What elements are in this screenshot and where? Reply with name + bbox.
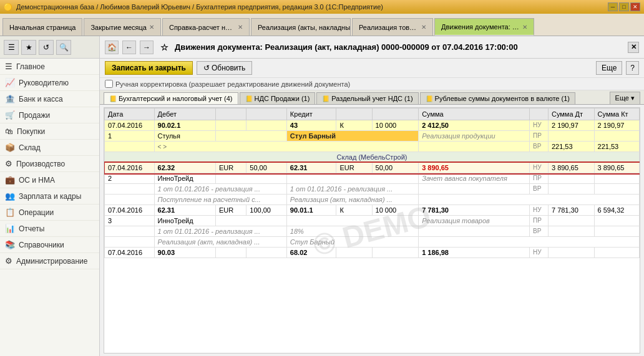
cell-left6: 1 от 01.01.2016 - реализация ... (154, 184, 286, 195)
cell-debet8: 62.31 (154, 205, 215, 216)
cell-date8: 07.04.2016 (105, 205, 155, 216)
cell-date4: 07.04.2016 (105, 163, 155, 173)
sidebar-item-operations[interactable]: 📋 Операции (0, 204, 99, 221)
sidebar-item-purchases-label: Покупки (17, 127, 45, 136)
sidebar-item-os[interactable]: 💼 ОС и НМА (0, 172, 99, 188)
sidebar-item-main[interactable]: ☰ Главное (0, 59, 99, 75)
maximize-button[interactable]: □ (619, 2, 629, 11)
bookmark-button[interactable]: ☆ (157, 41, 171, 54)
more-button[interactable]: Еще (596, 61, 622, 75)
tab-tax[interactable]: Справка-расчет налога на прибыль за Апре… (162, 18, 250, 36)
cell-vr: ВР (530, 142, 549, 152)
cell-left7: Поступление на расчетный с... (154, 195, 286, 205)
tab-goods-label: Реализация товаров: Накладная 0000-00000… (359, 24, 419, 31)
col-summa-kt: Сумма Кт (594, 108, 639, 120)
window-title: Движения документа: Реализация (акт, нак… (175, 42, 624, 52)
refresh-icon: ↺ (203, 64, 210, 72)
cell-dt9 (548, 216, 594, 226)
cell-summa-dt12 (548, 248, 594, 258)
minimize-button[interactable]: ─ (608, 2, 618, 11)
cell-summa-dt: 2 190,97 (548, 120, 594, 131)
sidebar-star-icon[interactable]: ★ (21, 40, 36, 55)
cell-empty10b (419, 226, 530, 237)
close-button[interactable]: ✕ (630, 2, 640, 11)
cell-pr: ПР (530, 131, 549, 142)
gear-icon: ⚙ (5, 159, 12, 168)
manual-correction-checkbox[interactable] (105, 80, 113, 88)
save-close-button[interactable]: Записать и закрыть (105, 61, 193, 75)
inner-tab-vat-sales[interactable]: 📒 НДС Продажи (1) (240, 92, 316, 104)
col-credit: Кредит (286, 108, 336, 120)
cell-credit-name: Стул Барный (286, 131, 418, 142)
window-close-button[interactable]: ✕ (628, 42, 639, 53)
back-nav-button[interactable]: ← (122, 41, 136, 54)
tab-movements[interactable]: Движения документа: Реализация (акт, нак… (434, 18, 534, 36)
home-nav-button[interactable]: 🏠 (105, 41, 119, 54)
cell-right11: Стул Барный (286, 237, 418, 248)
sidebar-item-warehouse-label: Склад (19, 143, 41, 152)
sidebar-history-icon[interactable]: ↺ (39, 40, 54, 55)
cell-debet4: 62.32 (154, 163, 215, 173)
tab-home[interactable]: Начальная страница (2, 18, 82, 36)
inner-tabs-more-button[interactable]: Еще ▾ (610, 92, 640, 104)
help-button[interactable]: ? (626, 61, 639, 75)
app-icon: 🟡 (4, 3, 12, 11)
sidebar-item-purchases[interactable]: 🛍 Покупки (0, 123, 99, 140)
sidebar-item-main-label: Главное (16, 62, 45, 71)
cell-sub-debet5: ИнноТрейд (154, 173, 215, 184)
cell-empty6b (419, 184, 530, 195)
tab-goods-close[interactable]: ✕ (421, 24, 426, 31)
cell-dt10 (548, 226, 594, 237)
sidebar-item-director-label: Руководителю (19, 79, 69, 87)
cell-right7: Реализация (акт, накладная) ... (286, 195, 418, 205)
sidebar-search-icon[interactable]: 🔍 (56, 40, 71, 55)
refresh-button[interactable]: ↺ Обновить (197, 61, 252, 75)
inner-tab-accounting[interactable]: 📒 Бухгалтерский и налоговый учет (4) (104, 92, 238, 104)
inner-tab-vat-separate[interactable]: 📒 Раздельный учет НДС (1) (316, 92, 418, 104)
sidebar-item-operations-label: Операции (19, 208, 54, 217)
cell-kt5 (594, 173, 639, 184)
cell-sub-debet: Стулья (154, 131, 215, 142)
cell-summa-kt8: 6 594,32 (594, 205, 639, 216)
cell-debet12: 90.03 (154, 248, 215, 258)
sidebar-item-sales[interactable]: 🛒 Продажи (0, 107, 99, 123)
sidebar-item-director[interactable]: 📈 Руководителю (0, 75, 99, 91)
tab-tax-close[interactable]: ✕ (238, 24, 243, 31)
cell-dt6 (548, 184, 594, 195)
sidebar-item-salary[interactable]: 👥 Зарплата и кадры (0, 188, 99, 204)
sidebar: ☰ ★ ↺ 🔍 ☰ Главное 📈 Руководителю 🏦 Банк … (0, 36, 100, 356)
sidebar-item-bank[interactable]: 🏦 Банк и касса (0, 91, 99, 107)
tab-realization-label: Реализация (акты, накладные) (258, 24, 351, 31)
movements-table: Дата Дебет Кредит Сумма Сумма Дт Сумма К… (104, 108, 640, 258)
cell-pr5: ПР (530, 173, 549, 184)
cell-summa-dt4: 3 890,65 (548, 163, 594, 173)
sidebar-item-reports[interactable]: 📊 Отчеты (0, 221, 99, 237)
sidebar-item-admin[interactable]: ⚙ Администрирование (0, 253, 99, 269)
forward-nav-button[interactable]: → (140, 41, 154, 54)
cell-credit-text9 (286, 216, 418, 226)
cell-summa-dt8: 7 781,30 (548, 205, 594, 216)
tab-close-month-close[interactable]: ✕ (149, 24, 154, 31)
sidebar-toolbar: ☰ ★ ↺ 🔍 (0, 36, 99, 59)
cell-credit-sub112 (336, 248, 372, 258)
cell-sub-text: Реализация продукции (419, 131, 530, 142)
col-date: Дата (105, 108, 155, 120)
sidebar-menu-icon[interactable]: ☰ (4, 40, 19, 55)
cell-credit: 43 (286, 120, 336, 131)
cell-empty2: < > (154, 142, 419, 152)
cell-empty6 (105, 184, 155, 195)
table-row: 07.04.2016 90.03 68.02 1 186,98 НУ (105, 248, 640, 258)
manual-correction-label: Ручная корректировка (разрешает редактир… (115, 80, 350, 88)
tab-close-month[interactable]: Закрытие месяца ✕ (84, 18, 161, 36)
sidebar-item-bank-label: Банк и касса (19, 95, 63, 103)
content-area: 🏠 ← → ☆ Движения документа: Реализация (… (100, 36, 644, 356)
cell-vr10: ВР (530, 226, 549, 237)
tab-goods[interactable]: Реализация товаров: Накладная 0000-00000… (352, 18, 433, 36)
cell-debet-sub14: EUR (215, 163, 246, 173)
tab-movements-close[interactable]: ✕ (522, 24, 527, 31)
inner-tab-ruble[interactable]: 📒 Рублевые суммы документов в валюте (1) (420, 92, 575, 104)
sidebar-item-production[interactable]: ⚙ Производство (0, 156, 99, 172)
tab-realization[interactable]: Реализация (акты, накладные) ✕ (251, 18, 351, 36)
sidebar-item-warehouse[interactable]: 📦 Склад (0, 140, 99, 156)
sidebar-item-references[interactable]: 📚 Справочники (0, 237, 99, 253)
